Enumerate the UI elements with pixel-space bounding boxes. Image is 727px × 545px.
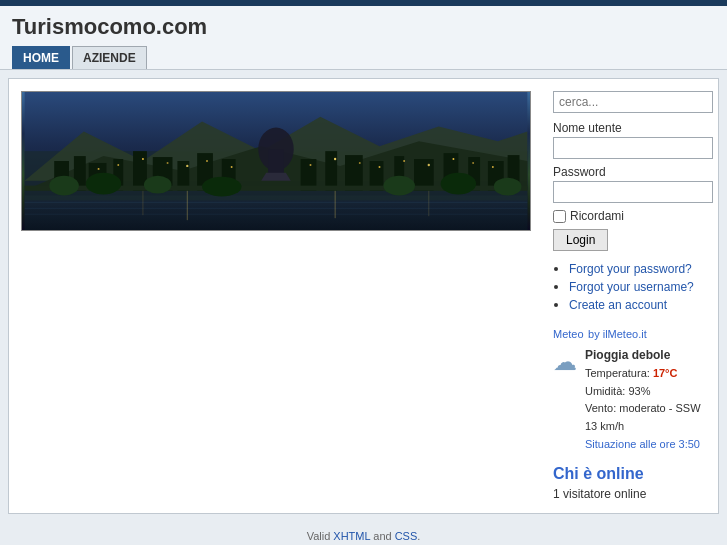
svg-point-39 — [359, 162, 361, 164]
online-section: Chi è online 1 visitatore online — [553, 465, 713, 501]
svg-point-43 — [452, 158, 454, 160]
meteo-details: Pioggia debole Temperatura: 17°C Umidità… — [585, 346, 713, 453]
svg-point-53 — [144, 176, 172, 194]
right-column: Nome utente Password Ricordami Login For… — [553, 91, 713, 501]
main-content: Nome utente Password Ricordami Login For… — [8, 78, 719, 514]
remember-row: Ricordami — [553, 209, 713, 223]
svg-rect-1 — [25, 196, 528, 231]
tab-aziende[interactable]: AZIENDE — [72, 46, 147, 69]
svg-point-36 — [231, 166, 233, 168]
svg-point-40 — [379, 166, 381, 168]
svg-rect-22 — [345, 155, 363, 190]
svg-point-44 — [472, 162, 474, 164]
list-item: Forgot your password? — [569, 261, 713, 276]
svg-point-34 — [186, 165, 188, 167]
svg-point-45 — [492, 166, 494, 168]
svg-point-35 — [206, 160, 208, 162]
svg-point-30 — [98, 168, 100, 170]
nav-tabs: HOME AZIENDE — [12, 46, 715, 69]
forgot-username-link[interactable]: Forgot your username? — [569, 280, 694, 294]
svg-point-55 — [383, 176, 415, 196]
username-input[interactable] — [553, 137, 713, 159]
meteo-subtitle: by ilMeteo.it — [588, 328, 647, 340]
footer-text-middle: and — [370, 530, 394, 542]
online-count: 1 visitatore online — [553, 487, 713, 501]
password-label: Password — [553, 165, 713, 179]
svg-point-57 — [494, 178, 522, 196]
tab-home[interactable]: HOME — [12, 46, 70, 69]
meteo-content: ☁ Pioggia debole Temperatura: 17°C Umidi… — [553, 346, 713, 453]
links-list: Forgot your password? Forgot your userna… — [553, 261, 713, 312]
header: Turismocomo.com HOME AZIENDE — [0, 6, 727, 70]
footer-text-before: Valid — [307, 530, 334, 542]
temperature-label: Temperatura: — [585, 367, 653, 379]
weather-type: Pioggia debole — [585, 346, 713, 365]
list-item: Forgot your username? — [569, 279, 713, 294]
humidity-line: Umidità: 93% — [585, 383, 713, 401]
remember-label: Ricordami — [570, 209, 624, 223]
create-account-link[interactable]: Create an account — [569, 298, 667, 312]
svg-point-38 — [334, 158, 336, 160]
temperature-line: Temperatura: 17°C — [585, 365, 713, 383]
left-column — [21, 91, 541, 501]
forgot-password-link[interactable]: Forgot your password? — [569, 262, 692, 276]
svg-point-52 — [86, 173, 121, 195]
meteo-section: Meteo by ilMeteo.it ☁ Pioggia debole Tem… — [553, 324, 713, 453]
search-input[interactable] — [553, 91, 713, 113]
online-title: Chi è online — [553, 465, 713, 483]
svg-point-33 — [167, 162, 169, 164]
temperature-value: 17°C — [653, 367, 678, 379]
wind-line: Vento: moderato - SSW 13 km/h — [585, 400, 713, 435]
hero-image — [21, 91, 531, 231]
login-button[interactable]: Login — [553, 229, 608, 251]
svg-rect-21 — [325, 151, 337, 190]
svg-point-56 — [441, 173, 476, 195]
css-link[interactable]: CSS — [395, 530, 418, 542]
list-item: Create an account — [569, 297, 713, 312]
svg-point-31 — [117, 164, 119, 166]
svg-point-41 — [403, 160, 405, 162]
svg-point-51 — [49, 176, 79, 196]
svg-point-42 — [428, 164, 430, 166]
xhtml-link[interactable]: XHTML — [333, 530, 370, 542]
svg-rect-9 — [268, 149, 284, 174]
remember-checkbox[interactable] — [553, 210, 566, 223]
footer: Valid XHTML and CSS. — [0, 522, 727, 545]
meteo-title: Meteo by ilMeteo.it — [553, 324, 713, 342]
svg-point-32 — [142, 158, 144, 160]
site-title: Turismocomo.com — [12, 14, 715, 40]
weather-icon: ☁ — [553, 348, 577, 376]
footer-text-after: . — [417, 530, 420, 542]
svg-point-37 — [310, 164, 312, 166]
username-label: Nome utente — [553, 121, 713, 135]
svg-point-54 — [202, 177, 241, 197]
svg-marker-10 — [261, 173, 291, 181]
situazione-line: Situazione alle ore 3:50 — [585, 436, 713, 454]
meteo-label: Meteo — [553, 328, 584, 340]
password-input[interactable] — [553, 181, 713, 203]
